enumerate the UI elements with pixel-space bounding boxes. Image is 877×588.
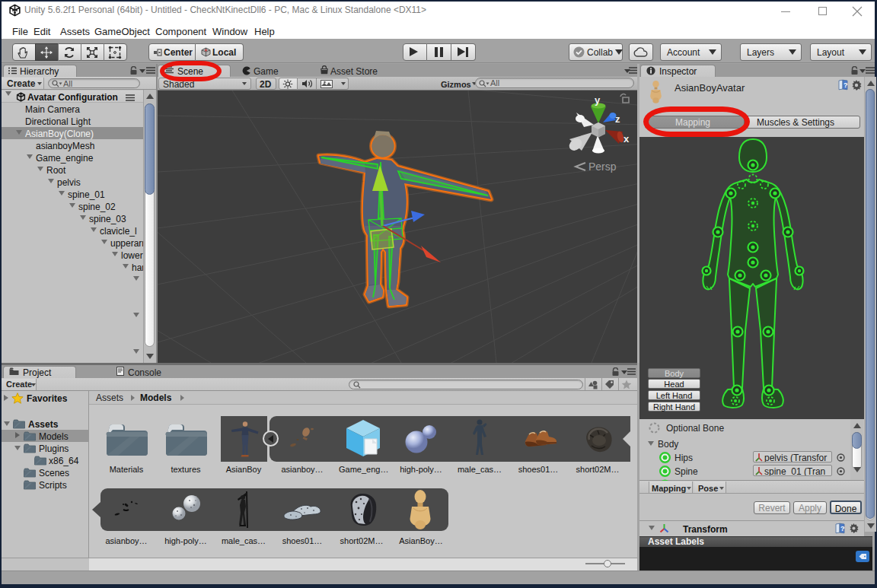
svg-text:y: y: [595, 94, 601, 106]
svg-text:x: x: [623, 133, 630, 145]
svg-text:?: ?: [840, 525, 845, 532]
svg-text:Persp: Persp: [588, 161, 617, 173]
svg-text:?: ?: [844, 81, 848, 89]
svg-text:z: z: [615, 113, 620, 125]
